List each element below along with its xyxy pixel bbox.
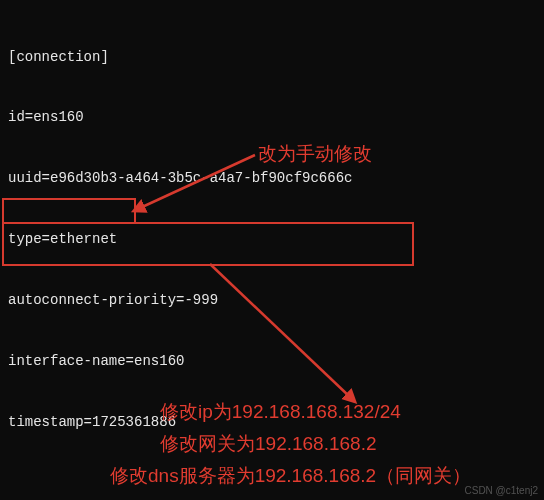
- annotation-text: 改为手动修改: [258, 140, 372, 168]
- cfg-line: uuid=e96d30b3-a464-3b5c-a4a7-bf90cf9c666…: [8, 168, 536, 188]
- cfg-line: interface-name=ens160: [8, 351, 536, 371]
- annotation-text: 修改dns服务器为192.168.168.2（同网关）: [110, 462, 471, 490]
- watermark-text: CSDN @c1tenj2: [464, 484, 538, 499]
- cfg-line: [connection]: [8, 47, 536, 67]
- cfg-line: autoconnect-priority=-999: [8, 290, 536, 310]
- annotation-text: 修改网关为192.168.168.2: [160, 430, 377, 458]
- annotation-text: 修改ip为192.168.168.132/24: [160, 398, 401, 426]
- cfg-line: type=ethernet: [8, 229, 536, 249]
- cfg-line: id=ens160: [8, 107, 536, 127]
